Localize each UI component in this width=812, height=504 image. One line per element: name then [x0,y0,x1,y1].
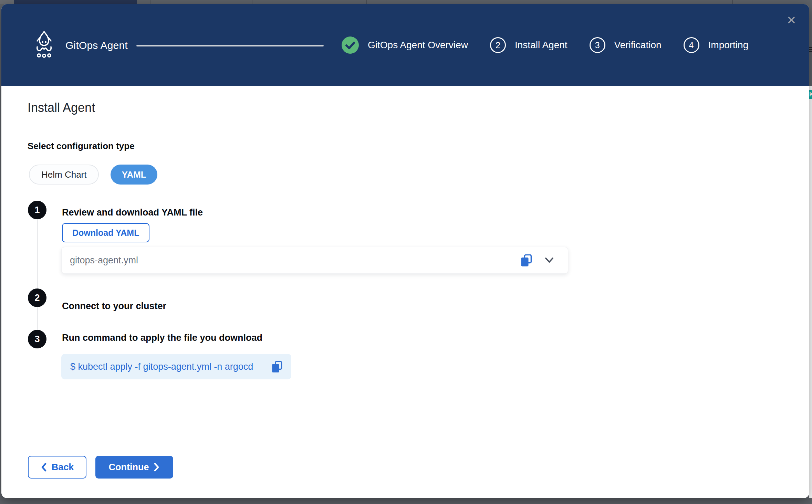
copy-icon[interactable] [271,360,284,374]
background-tab-divider [366,0,367,4]
step-1-title: Review and download YAML file [62,207,203,218]
page-title: Install Agent [28,101,95,115]
download-yaml-button[interactable]: Download YAML [62,223,149,242]
config-option-yaml[interactable]: YAML [111,165,157,185]
stepper-label-importing: Importing [708,40,749,51]
back-button[interactable]: Back [28,456,86,479]
step-3-title: Run command to apply the file you downlo… [62,333,262,343]
background-page-body [809,86,812,498]
stepper-number-3: 3 [590,37,605,53]
copy-icon[interactable] [520,254,533,267]
background-active-tab [14,0,137,4]
stepper-item-overview[interactable]: GitOps Agent Overview [342,36,468,54]
step-complete-check-icon [342,36,359,54]
step-2-circle: 2 [28,288,46,307]
step-connector-line [37,210,38,339]
step-2-title: Connect to your cluster [62,301,166,312]
hamburger-menu-icon [809,47,812,53]
stepper-number-4: 4 [684,37,699,53]
chevron-down-icon[interactable] [544,256,555,264]
background-tab-divider [252,0,252,4]
continue-button-label: Continue [109,462,149,473]
stepper-item-importing[interactable]: 4 Importing [684,37,749,53]
chevron-left-icon [41,463,47,472]
stepper-label-overview: GitOps Agent Overview [368,40,468,51]
gitops-agent-logo-icon [33,30,55,60]
continue-button[interactable]: Continue [95,456,173,479]
stepper-item-install-agent[interactable]: 2 Install Agent [490,37,568,53]
chevron-right-icon [154,463,160,472]
wizard-brand-title: GitOps Agent [65,40,128,51]
config-type-label: Select configuration type [28,141,135,151]
background-k-badge: K [809,90,812,99]
back-button-label: Back [52,462,74,473]
background-page-edge: K [809,0,812,504]
step-1-circle: 1 [28,201,46,219]
config-option-helm-chart[interactable]: Helm Chart [29,165,99,185]
background-tab-divider [150,0,150,4]
background-browser-strip [0,0,812,4]
stepper-label-install-agent: Install Agent [515,40,568,51]
yaml-file-name: gitops-agent.yml [70,247,138,273]
kubectl-command-box: $ kubectl apply -f gitops-agent.yml -n a… [61,354,291,379]
wizard-header: GitOps Agent GitOps Agent Overview 2 Ins… [1,4,809,86]
step-3-circle: 3 [28,330,46,348]
stepper-number-2: 2 [490,37,506,53]
header-divider-line [136,45,324,46]
gitops-agent-wizard-modal: GitOps Agent GitOps Agent Overview 2 Ins… [1,4,809,498]
wizard-stepper: GitOps Agent Overview 2 Install Agent 3 … [342,4,748,86]
background-tab-divider [732,0,733,4]
stepper-label-verification: Verification [614,40,662,51]
yaml-file-field[interactable]: gitops-agent.yml [61,247,568,274]
stepper-item-verification[interactable]: 3 Verification [590,37,662,53]
kubectl-command-text: $ kubectl apply -f gitops-agent.yml -n a… [70,354,253,379]
background-corner [0,0,14,4]
close-icon[interactable]: × [784,12,799,28]
config-type-toggle: Helm Chart YAML [29,165,157,185]
